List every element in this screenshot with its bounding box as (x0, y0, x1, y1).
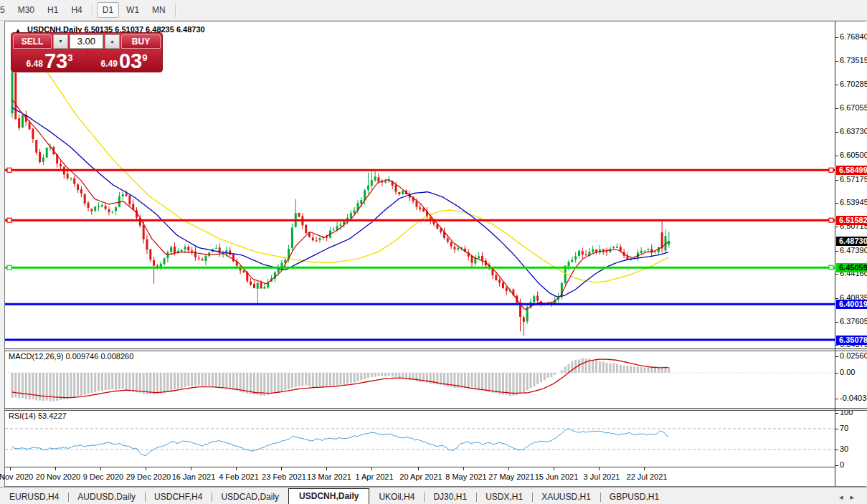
axis-tick (835, 450, 838, 450)
axis-divider (5, 467, 866, 467)
rsi-label: RSI(14) 53.4227 (9, 412, 67, 420)
time-axis-tick (281, 467, 282, 470)
rsi-indicator-pane[interactable] (5, 409, 835, 467)
buy-price-pips: 03 (119, 52, 142, 71)
tab-scroll-left-icon[interactable]: ◂ (839, 493, 851, 501)
price-marker-badge: 6.48730 (836, 237, 867, 246)
price-axis-label: 6.53945 (840, 198, 867, 206)
price-axis-label: 6.37605 (840, 317, 867, 325)
sell-price-point: 3 (67, 52, 72, 63)
axis-tick (835, 180, 838, 181)
time-axis[interactable]: 2 Nov 202020 Nov 20209 Dec 202029 Dec 20… (5, 467, 835, 486)
time-axis-tick (508, 467, 509, 470)
tab-scroll-right-icon[interactable]: ▸ (850, 493, 861, 501)
toolbar-separator (92, 3, 93, 17)
date-label: 16 Jan 2021 (172, 472, 216, 481)
toolbar-separator (175, 3, 176, 17)
chart-window: 2 Nov 202020 Nov 20209 Dec 202029 Dec 20… (4, 21, 866, 487)
macd-scale-label: 0.025609 (840, 351, 867, 360)
timeframe-h1[interactable]: H1 (42, 2, 64, 18)
date-label: 3 Jul 2021 (584, 472, 620, 481)
axis-tick (835, 399, 838, 399)
pane-splitter[interactable] (5, 408, 866, 411)
sell-price-display[interactable]: 6.48 73 3 (13, 49, 86, 72)
sell-price-base: 6.48 (27, 59, 43, 69)
timeframe-w1[interactable]: W1 (120, 2, 145, 18)
axis-tick (835, 61, 838, 62)
tab-xauusd[interactable]: XAUUSD,H1 (532, 490, 600, 504)
price-marker-badge: 6.35078 (836, 336, 867, 345)
time-axis-tick (100, 467, 101, 470)
date-label: 29 Dec 2020 (126, 472, 171, 481)
time-axis-tick (644, 467, 645, 470)
tab-eurusd[interactable]: EURUSD,H4 (0, 490, 68, 504)
time-axis-tick (554, 467, 554, 470)
line-handle (829, 168, 833, 172)
timeframe-m15[interactable]: 5 (0, 2, 11, 18)
timeframe-m30[interactable]: M30 (12, 2, 40, 18)
axis-tick (835, 356, 838, 357)
price-axis-label: 6.70285 (840, 80, 867, 88)
line-handle (7, 218, 11, 222)
axis-tick (835, 429, 838, 429)
price-axis[interactable]: 6.768406.735156.702856.670556.637306.605… (835, 22, 867, 486)
tab-scroll-arrows[interactable]: ◂▸ (839, 493, 861, 502)
candles (11, 66, 671, 336)
timeframe-h4[interactable]: H4 (65, 2, 87, 18)
tab-usdchf[interactable]: USDCHF,H4 (145, 490, 212, 504)
tab-gbpusd[interactable]: GBPUSD,H1 (600, 490, 668, 504)
tab-usdcnh-active[interactable]: USDCNH,Daily (288, 488, 369, 504)
time-axis-tick (418, 467, 419, 470)
price-axis-label: 6.60500 (840, 151, 867, 159)
tab-usdcad[interactable]: USDCAD,Daily (212, 490, 288, 504)
pane-splitter[interactable] (5, 348, 866, 351)
time-axis-tick (236, 467, 237, 470)
pane-splitter (835, 408, 867, 411)
tab-dj30[interactable]: DJ30,H1 (424, 490, 476, 504)
time-axis-tick (191, 467, 191, 470)
date-label: 20 Nov 2020 (36, 472, 80, 481)
axis-tick (835, 322, 838, 323)
axis-tick (835, 227, 838, 227)
time-axis-tick (371, 467, 372, 470)
one-click-trading-panel: SELL ▼ 3.00 ▲ BUY 6.48 73 3 6.49 03 9 (11, 32, 163, 72)
volume-decrease-button[interactable]: ▼ (53, 34, 68, 49)
buy-price-base: 6.49 (101, 59, 118, 69)
axis-tick (835, 465, 838, 466)
axis-tick (835, 203, 838, 204)
volume-increase-button[interactable]: ▲ (105, 34, 120, 49)
tab-audusd[interactable]: AUDUSD,Daily (68, 490, 145, 504)
axis-tick (835, 413, 838, 414)
time-axis-tick (55, 467, 56, 470)
date-label: 15 Jun 2021 (535, 472, 579, 481)
axis-tick (835, 85, 838, 85)
price-marker-badge: 6.51582 (836, 216, 867, 225)
price-axis-label: 6.63730 (840, 127, 867, 135)
volume-input[interactable]: 3.00 (70, 34, 103, 49)
sell-price-pips: 73 (44, 52, 67, 71)
timeframe-mn[interactable]: MN (146, 2, 171, 18)
price-marker-badge: 6.40019 (836, 300, 867, 309)
tab-usdx[interactable]: USDX,H1 (476, 490, 532, 504)
rsi-scale-label: 0 (840, 460, 844, 469)
timeframe-toolbar: 5 M30 H1 H4 D1 W1 MN (0, 0, 867, 21)
macd-label: MACD(12,26,9) 0.009746 0.008260 (9, 352, 133, 361)
price-axis-label: 6.76840 (840, 32, 867, 41)
axis-tick (835, 251, 838, 252)
chart-tab-bar: EURUSD,H4 AUDUSD,Daily USDCHF,H4 USDCAD,… (0, 487, 867, 504)
price-axis-label: 6.57175 (840, 175, 867, 184)
price-axis-label: 6.73515 (840, 56, 867, 65)
price-axis-label: 6.47390 (840, 246, 867, 255)
rsi-scale-label: 30 (840, 444, 848, 453)
plot-area[interactable]: 2 Nov 202020 Nov 20209 Dec 202029 Dec 20… (5, 22, 835, 486)
timeframe-d1[interactable]: D1 (97, 2, 119, 18)
rsi-line (12, 429, 668, 456)
line-handle (829, 218, 833, 222)
time-axis-tick (146, 467, 146, 470)
sell-button[interactable]: SELL (13, 34, 52, 49)
axis-tick (835, 373, 838, 374)
tab-ukoil[interactable]: UKOil,H4 (369, 490, 424, 504)
buy-button[interactable]: BUY (121, 34, 161, 49)
date-label: 23 Feb 2021 (262, 472, 306, 481)
buy-price-display[interactable]: 6.49 03 9 (87, 49, 161, 72)
